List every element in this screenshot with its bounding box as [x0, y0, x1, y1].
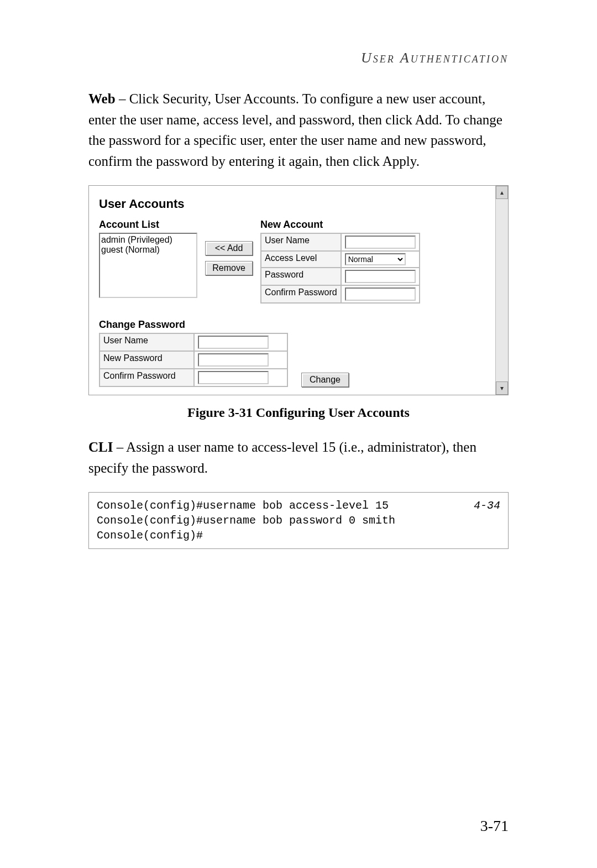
page-number: 3-71 [480, 817, 509, 835]
user-name-cell [341, 233, 420, 251]
cp-confirm-password-label: Confirm Password [100, 369, 194, 386]
figure-wrap: ▴ ▾ User Accounts Account List admin (Pr… [88, 185, 509, 420]
chevron-up-icon: ▴ [500, 189, 504, 197]
cp-new-password-input[interactable] [198, 353, 269, 367]
panel-title: User Accounts [99, 197, 489, 211]
new-account-label: New Account [260, 219, 420, 231]
change-password-row: User Name New Password Confirm Password [99, 333, 489, 387]
account-listbox[interactable]: admin (Privileged) guest (Normal) [99, 233, 197, 298]
list-item[interactable]: guest (Normal) [101, 245, 195, 255]
cp-confirm-password-cell [194, 369, 287, 386]
cp-user-name-label: User Name [100, 333, 194, 351]
list-buttons: << Add Remove [205, 219, 253, 275]
access-level-label: Access Level [261, 251, 341, 268]
user-name-input[interactable] [345, 236, 416, 249]
remove-button[interactable]: Remove [205, 261, 253, 275]
change-password-section: Change Password User Name New Password [99, 319, 489, 387]
scrollbar[interactable]: ▴ ▾ [495, 186, 508, 395]
cp-confirm-password-input[interactable] [198, 371, 269, 384]
cli-paragraph: CLI – Assign a user name to access-level… [88, 437, 509, 478]
cli-reference: 4-34 [474, 498, 500, 543]
figure-caption: Figure 3-31 Configuring User Accounts [88, 405, 509, 420]
scroll-up-button[interactable]: ▴ [496, 186, 508, 199]
user-accounts-screenshot: ▴ ▾ User Accounts Account List admin (Pr… [88, 185, 509, 395]
change-button[interactable]: Change [301, 373, 349, 387]
access-level-cell: Normal [341, 251, 420, 268]
password-input[interactable] [345, 270, 416, 283]
web-lead: Web [88, 91, 116, 106]
cp-new-password-cell [194, 351, 287, 369]
chevron-down-icon: ▾ [500, 384, 504, 393]
confirm-password-cell [341, 285, 420, 303]
password-label: Password [261, 268, 341, 285]
cli-text: Assign a user name to access-level 15 (i… [88, 440, 476, 475]
cli-code-block: Console(config)#username bob access-leve… [88, 492, 509, 549]
web-text: Click Security, User Accounts. To config… [88, 91, 502, 169]
new-account-block: New Account User Name Access Level Norma… [260, 219, 420, 304]
cp-user-name-input[interactable] [198, 336, 269, 349]
cli-code-lines: Console(config)#username bob access-leve… [97, 498, 395, 543]
list-item[interactable]: admin (Privileged) [101, 235, 195, 245]
confirm-password-label: Confirm Password [261, 285, 341, 303]
access-level-select[interactable]: Normal [345, 253, 406, 265]
confirm-password-input[interactable] [345, 287, 416, 301]
running-head: User Authentication [88, 50, 509, 66]
cp-new-password-label: New Password [100, 351, 194, 369]
user-name-label: User Name [261, 233, 341, 251]
new-account-form: User Name Access Level Normal Password [260, 233, 420, 304]
account-list-label: Account List [99, 219, 197, 231]
accounts-section: Account List admin (Privileged) guest (N… [99, 219, 489, 304]
cli-dash: – [113, 440, 126, 454]
screenshot-inner: User Accounts Account List admin (Privil… [89, 186, 508, 395]
page: User Authentication Web – Click Security… [0, 0, 597, 868]
change-password-form: User Name New Password Confirm Password [99, 333, 288, 387]
web-paragraph: Web – Click Security, User Accounts. To … [88, 88, 509, 171]
change-password-label: Change Password [99, 319, 489, 331]
account-list-block: Account List admin (Privileged) guest (N… [99, 219, 197, 298]
cp-user-name-cell [194, 333, 287, 351]
scroll-down-button[interactable]: ▾ [496, 381, 508, 395]
password-cell [341, 268, 420, 285]
add-button[interactable]: << Add [205, 241, 253, 255]
web-dash: – [116, 91, 129, 106]
cli-lead: CLI [88, 440, 113, 454]
